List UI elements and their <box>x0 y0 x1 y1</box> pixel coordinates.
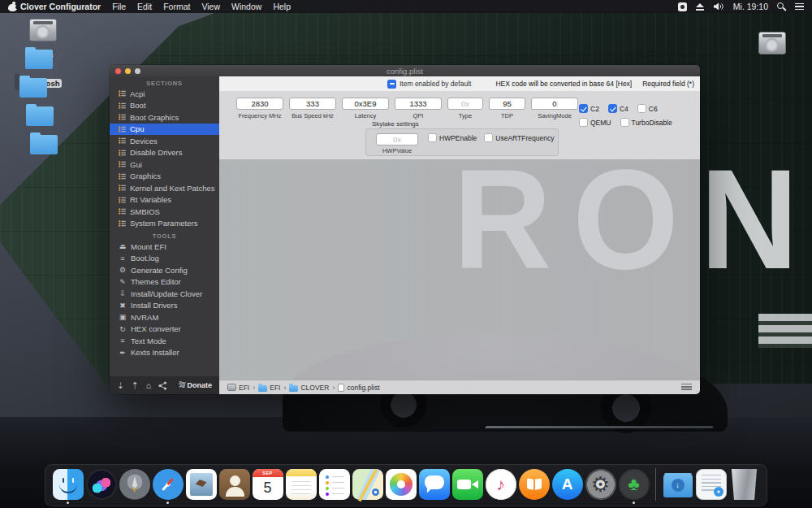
desktop-icon[interactable]: OS X <box>13 18 63 33</box>
cpu-field-input[interactable] <box>236 98 283 110</box>
dock-messages-icon[interactable] <box>419 469 450 500</box>
dock-photos-icon[interactable] <box>386 469 417 500</box>
desktop-icon[interactable]: Macintosh <box>13 75 63 89</box>
apple-menu-icon[interactable] <box>8 2 17 11</box>
window-titlebar[interactable]: config.plist <box>110 65 700 76</box>
sidebar-tool-item[interactable]: ≡ Boot.log <box>110 253 219 265</box>
skylake-checkbox[interactable]: UseARTFrequency <box>484 133 554 142</box>
sidebar-section-label: SMBIOS <box>130 207 160 216</box>
sidebar-tool-item[interactable]: ⇩ Install/Update Clover <box>110 288 219 300</box>
dock-itunes-icon[interactable] <box>486 469 516 500</box>
notification-center-icon[interactable] <box>795 3 804 10</box>
dock-calendar-icon[interactable]: SEP5 <box>253 469 283 500</box>
menu-item[interactable]: View <box>201 2 220 11</box>
breadcrumb-item[interactable]: CLOVER › <box>289 384 338 392</box>
menu-app-name[interactable]: Clover Configurator <box>20 2 101 11</box>
cpu-field-input[interactable] <box>395 98 442 110</box>
dock-system-preferences-icon[interactable] <box>585 469 616 500</box>
dock-reminders-icon[interactable] <box>319 469 350 500</box>
cpu-checkbox[interactable]: C2 <box>579 104 599 113</box>
sidebar-tool-label: HEX converter <box>131 324 181 333</box>
sidebar-section-item[interactable]: Cpu <box>110 124 219 136</box>
sidebar-section-item[interactable]: Disable Drivers <box>110 147 219 159</box>
sidebar-tool-item[interactable]: ✖ Install Drivers <box>110 300 219 312</box>
breadcrumb-item[interactable]: config.plist › <box>338 384 379 392</box>
cpu-field-input[interactable] <box>289 98 336 110</box>
menu-clock[interactable]: Mi. 19:10 <box>733 2 768 11</box>
dock-maps-icon[interactable] <box>352 469 383 500</box>
sidebar-tool-item[interactable]: ↻ HEX converter <box>110 323 219 336</box>
dock-finder-icon[interactable] <box>53 469 84 500</box>
home-icon[interactable]: ⌂ <box>146 380 151 390</box>
cpu-field-input[interactable] <box>531 98 578 110</box>
eject-icon[interactable] <box>696 3 704 11</box>
dock-safari-icon[interactable] <box>153 469 184 500</box>
dock-trash-icon[interactable] <box>729 469 760 500</box>
sidebar-section-item[interactable]: Rt Variables <box>110 194 219 206</box>
cpu-checkbox[interactable]: C6 <box>637 104 658 113</box>
dock-siri-icon[interactable] <box>86 469 117 500</box>
dock-launchpad-icon[interactable] <box>119 469 150 500</box>
breadcrumb-item[interactable]: EFI › <box>227 384 258 392</box>
spotlight-icon[interactable] <box>777 2 786 11</box>
sidebar-tool-item[interactable]: ≡ Text Mode <box>110 335 219 347</box>
menu-item[interactable]: Edit <box>137 2 152 11</box>
cpu-checkbox[interactable]: C4 <box>608 104 628 113</box>
desktop-icon[interactable]: Mod <box>13 132 63 146</box>
desktop-icon[interactable]: Videos <box>13 103 63 118</box>
sidebar-section-item[interactable]: Gui <box>110 158 219 171</box>
sidebar-section-item[interactable]: Acpi <box>110 88 219 100</box>
sidebar-section-item[interactable]: System Parameters <box>110 218 219 230</box>
menu-item[interactable]: Help <box>273 2 291 11</box>
paypal-donate-button[interactable]: PayPal Donate <box>179 381 212 389</box>
cpu-field-input[interactable] <box>342 98 389 110</box>
dock-clover-configurator-icon[interactable] <box>619 469 650 500</box>
sidebar-section-item[interactable]: Devices <box>110 135 219 147</box>
menu-item[interactable]: File <box>112 2 126 11</box>
volume-icon[interactable] <box>713 2 724 11</box>
sidebar-section-item[interactable]: Graphics <box>110 171 219 183</box>
desktop-icon[interactable]: EFI <box>739 31 789 46</box>
sidebar-section-item[interactable]: Boot <box>110 100 219 112</box>
sidebar-tool-item[interactable]: ✒ Kexts Installer <box>110 347 219 359</box>
input-source-icon[interactable] <box>678 2 687 11</box>
cpu-checkbox[interactable]: QEMU <box>579 118 611 127</box>
breadcrumb-separator: › <box>332 384 335 392</box>
kexts-installer-icon: ✒ <box>119 349 127 357</box>
sidebar-tool-item[interactable]: ▣ NVRAM <box>110 311 219 323</box>
import-icon[interactable]: ⇣ <box>117 380 124 390</box>
cpu-field-label: Bus Speed kHz <box>292 112 334 119</box>
dock-facetime-icon[interactable] <box>452 469 483 500</box>
sidebar-tool-item[interactable]: ✎ Themes Editor <box>110 276 219 289</box>
skylake-checkbox[interactable]: HWPEnable <box>428 133 477 142</box>
cpu-field-input[interactable] <box>489 98 525 110</box>
sidebar-section-item[interactable]: SMBIOS <box>110 206 219 218</box>
dock-downloads-icon[interactable] <box>663 469 693 500</box>
cpu-field-input[interactable] <box>447 98 483 110</box>
sidebar-tool-label: Kexts Installer <box>131 348 179 357</box>
cpu-checkbox[interactable]: TurboDisable <box>620 118 672 127</box>
checkbox-box <box>428 133 437 142</box>
item-enabled-checkbox[interactable] <box>387 80 396 89</box>
dock-contacts-icon[interactable] <box>219 469 250 500</box>
hwpvalue-input[interactable] <box>376 133 418 145</box>
dock-documents-stack-icon[interactable] <box>696 469 727 500</box>
dock-mail-icon[interactable] <box>186 469 217 500</box>
menu-item[interactable]: Format <box>163 2 190 11</box>
mount-efi-icon: ⏏ <box>119 242 127 250</box>
sidebar-tool-item[interactable]: ⏏ Mount EFI <box>110 241 219 253</box>
share-icon[interactable] <box>158 381 167 390</box>
dock-ibooks-icon[interactable] <box>519 469 550 500</box>
desktop-icon[interactable]: Games <box>13 46 63 61</box>
sidebar-section-item[interactable]: Boot Graphics <box>110 111 219 124</box>
breadcrumb-item[interactable]: EFI › <box>258 384 289 392</box>
dock-app-store-icon[interactable] <box>552 469 583 500</box>
dock-notes-icon[interactable] <box>286 469 317 500</box>
sidebar-tool-label: Themes Editor <box>131 277 181 286</box>
sidebar-tool-item[interactable]: ⚙ Generate Config <box>110 264 219 276</box>
export-icon[interactable]: ⇡ <box>132 380 139 390</box>
sidebar-section-item[interactable]: Kernel and Kext Patches <box>110 182 219 194</box>
menu-item[interactable]: Window <box>231 2 261 11</box>
list-view-icon[interactable] <box>681 384 692 391</box>
list-icon <box>119 137 126 144</box>
